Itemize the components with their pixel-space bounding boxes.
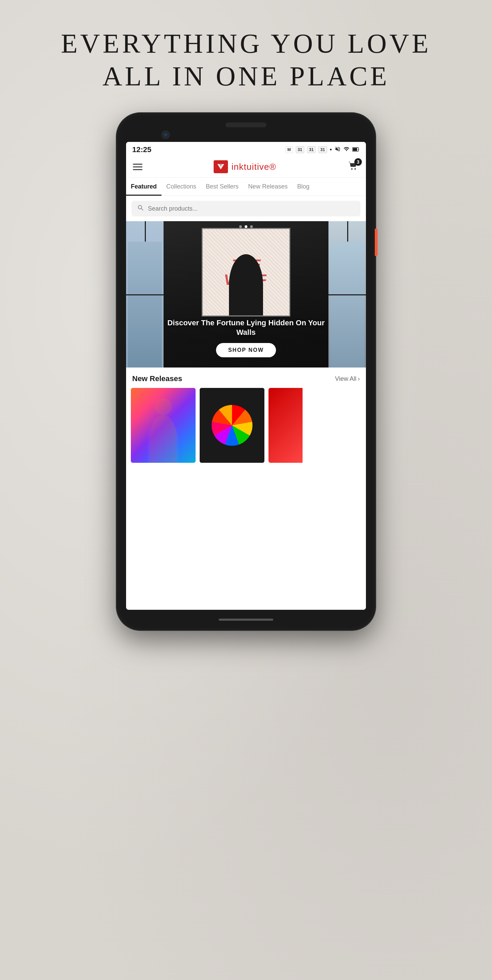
- phone-camera: [161, 130, 170, 139]
- product-card-2[interactable]: [200, 388, 264, 463]
- product-image-2: [200, 388, 264, 463]
- colorful-circle: [212, 405, 252, 446]
- app-header: inktuitive® 3: [126, 156, 366, 178]
- phone-device: 12:25 M 31 31 31 •: [117, 113, 375, 630]
- phone-bottom-bar: [219, 619, 273, 620]
- brand-logo-icon: [214, 160, 228, 173]
- view-all-button[interactable]: View All ›: [335, 375, 360, 382]
- search-bar: [126, 196, 366, 221]
- tab-blog[interactable]: Blog: [292, 178, 314, 196]
- search-icon: [137, 204, 144, 213]
- search-input[interactable]: [148, 205, 355, 212]
- status-icons: M 31 31 31 •: [286, 146, 360, 154]
- gmail-icon: M: [286, 146, 293, 153]
- product-image-1: [131, 388, 196, 463]
- cart-button[interactable]: 3: [348, 161, 359, 172]
- product-card-1[interactable]: [131, 388, 196, 463]
- tab-featured[interactable]: Featured: [126, 178, 161, 196]
- calendar-badge-2: 31: [307, 146, 316, 153]
- screen-scroll: THEWOLF Discover The Fortune Lying Hidde…: [126, 221, 366, 610]
- new-releases-section: New Releases View All ›: [126, 368, 366, 610]
- banner-headline: Discover The Fortune Lying Hidden On You…: [163, 318, 329, 337]
- dot-indicator: •: [330, 146, 332, 153]
- hero-line1: EVERYTHING YOU LOVE: [61, 29, 431, 59]
- phone-speaker: [225, 123, 267, 127]
- art-piece: THEWOLF: [202, 228, 290, 317]
- phone-screen: 12:25 M 31 31 31 •: [126, 142, 366, 610]
- hero-banner-bg: THEWOLF Discover The Fortune Lying Hidde…: [126, 221, 366, 368]
- status-time: 12:25: [132, 145, 151, 154]
- banner-center: THEWOLF Discover The Fortune Lying Hidde…: [163, 221, 329, 368]
- shop-now-button[interactable]: SHOP NOW: [216, 343, 276, 357]
- svg-point-3: [355, 168, 356, 169]
- battery-icon: [352, 146, 360, 153]
- hero-text: EVERYTHING YOU LOVE ALL IN ONE PLACE: [61, 27, 431, 92]
- hero-banner: THEWOLF Discover The Fortune Lying Hidde…: [126, 221, 366, 368]
- hamburger-line: [133, 166, 142, 167]
- banner-text-overlay: Discover The Fortune Lying Hidden On You…: [163, 318, 329, 357]
- brand-name: inktuitive®: [232, 162, 276, 172]
- tab-best-sellers[interactable]: Best Sellers: [201, 178, 243, 196]
- search-input-wrapper: [131, 201, 361, 216]
- product-card-3[interactable]: [268, 388, 333, 463]
- hamburger-menu-button[interactable]: [133, 164, 142, 170]
- hero-line2: ALL IN ONE PLACE: [102, 61, 390, 91]
- nav-tabs: Featured Collections Best Sellers New Re…: [126, 178, 366, 196]
- tab-collections[interactable]: Collections: [161, 178, 201, 196]
- hamburger-line: [133, 164, 142, 165]
- mute-icon: [335, 146, 341, 154]
- calendar-badge-3: 31: [318, 146, 327, 153]
- window-right: [329, 221, 366, 368]
- tab-new-releases[interactable]: New Releases: [243, 178, 292, 196]
- phone-side-button: [375, 229, 377, 256]
- product-image-3: [268, 388, 303, 463]
- status-bar: 12:25 M 31 31 31 •: [126, 142, 366, 156]
- section-header: New Releases View All ›: [126, 368, 366, 388]
- chevron-right-icon: ›: [358, 375, 360, 382]
- svg-point-2: [351, 168, 353, 169]
- calendar-badge-1: 31: [296, 146, 304, 153]
- cart-count-badge: 3: [355, 158, 362, 166]
- window-left: [126, 221, 163, 368]
- brand-logo: inktuitive®: [214, 160, 276, 173]
- svg-rect-1: [353, 148, 357, 150]
- wifi-icon: [343, 146, 350, 154]
- product-grid: [126, 388, 366, 469]
- art-figure: [229, 254, 263, 315]
- hamburger-line: [133, 169, 142, 170]
- new-releases-title: New Releases: [132, 374, 182, 383]
